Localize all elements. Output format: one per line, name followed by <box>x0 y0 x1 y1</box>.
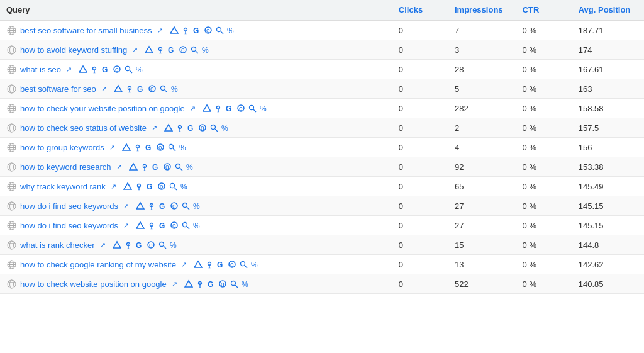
circle-o-icon[interactable]: o <box>218 279 227 288</box>
google-g-icon[interactable]: G <box>158 201 167 210</box>
percent-icon[interactable]: % <box>250 260 259 269</box>
action-icons[interactable]: Go% <box>193 260 260 269</box>
location-icon[interactable] <box>205 260 214 269</box>
query-link[interactable]: how do i find seo keywords <box>20 201 118 211</box>
query-link[interactable]: how to keyword research <box>20 162 111 172</box>
percent-icon[interactable]: % <box>241 279 250 288</box>
google-g-icon[interactable]: G <box>145 143 153 152</box>
circle-o-icon[interactable]: o <box>179 45 187 54</box>
header-avg-position[interactable]: Avg. Position <box>572 0 644 20</box>
search-icon[interactable] <box>181 221 190 230</box>
action-icons[interactable]: Go% <box>113 84 180 93</box>
query-link[interactable]: why track keyword rank <box>20 182 106 191</box>
percent-icon[interactable]: % <box>192 221 201 230</box>
triangle-icon[interactable] <box>203 104 211 113</box>
triangle-icon[interactable] <box>145 45 153 54</box>
triangle-icon[interactable] <box>194 260 203 269</box>
query-link[interactable]: how to check website position on google <box>20 279 167 289</box>
percent-icon[interactable]: % <box>221 123 230 132</box>
location-icon[interactable] <box>90 65 99 74</box>
action-icons[interactable]: Go% <box>121 143 188 152</box>
triangle-icon[interactable] <box>136 221 145 230</box>
triangle-icon[interactable] <box>123 182 132 191</box>
circle-o-icon[interactable]: o <box>156 143 165 152</box>
circle-o-icon[interactable]: o <box>170 221 179 230</box>
location-icon[interactable] <box>147 201 156 210</box>
triangle-icon[interactable] <box>136 201 145 210</box>
circle-o-icon[interactable]: o <box>228 260 236 269</box>
location-icon[interactable] <box>125 84 134 93</box>
google-g-icon[interactable]: G <box>158 221 167 230</box>
action-icons[interactable]: Go% <box>123 182 189 191</box>
location-icon[interactable] <box>147 221 156 230</box>
circle-o-icon[interactable]: o <box>236 104 245 113</box>
search-icon[interactable] <box>158 240 167 249</box>
percent-icon[interactable]: % <box>179 143 187 152</box>
search-icon[interactable] <box>169 182 177 191</box>
circle-o-icon[interactable]: o <box>113 65 121 74</box>
triangle-icon[interactable] <box>170 26 179 35</box>
action-icons[interactable]: Go% <box>144 45 211 54</box>
query-link[interactable]: how to check google ranking of my websit… <box>20 260 176 269</box>
location-icon[interactable] <box>181 26 190 35</box>
search-icon[interactable] <box>124 65 133 74</box>
location-icon[interactable] <box>133 143 142 152</box>
triangle-icon[interactable] <box>184 279 193 288</box>
action-icons[interactable]: Go% <box>112 240 179 249</box>
header-ctr[interactable]: CTR <box>516 0 572 20</box>
search-icon[interactable] <box>230 279 238 288</box>
action-icons[interactable]: Go% <box>202 104 269 113</box>
triangle-icon[interactable] <box>164 123 173 132</box>
google-g-icon[interactable]: G <box>207 279 216 288</box>
triangle-icon[interactable] <box>122 143 131 152</box>
action-icons[interactable]: Go% <box>135 221 202 230</box>
circle-o-icon[interactable]: o <box>157 182 166 191</box>
query-link[interactable]: best software for seo <box>20 84 96 94</box>
location-icon[interactable] <box>214 104 223 113</box>
circle-o-icon[interactable]: o <box>147 240 155 249</box>
search-icon[interactable] <box>209 123 218 132</box>
circle-o-icon[interactable]: o <box>170 201 179 210</box>
google-g-icon[interactable]: G <box>146 182 155 191</box>
percent-icon[interactable]: % <box>169 240 178 249</box>
action-icons[interactable]: Go% <box>164 123 230 132</box>
google-g-icon[interactable]: G <box>136 84 145 93</box>
action-icons[interactable]: Go% <box>128 162 195 171</box>
google-g-icon[interactable]: G <box>225 104 234 113</box>
location-icon[interactable] <box>124 240 133 249</box>
percent-icon[interactable]: % <box>226 26 235 35</box>
query-link[interactable]: how to avoid keyword stuffing <box>20 45 127 55</box>
circle-o-icon[interactable]: o <box>198 123 207 132</box>
percent-icon[interactable]: % <box>201 45 210 54</box>
google-g-icon[interactable]: G <box>152 162 160 171</box>
search-icon[interactable] <box>239 260 248 269</box>
action-icons[interactable]: Go% <box>135 201 202 210</box>
triangle-icon[interactable] <box>114 84 123 93</box>
google-g-icon[interactable]: G <box>167 45 176 54</box>
search-icon[interactable] <box>190 45 199 54</box>
search-icon[interactable] <box>167 143 176 152</box>
header-impressions[interactable]: Impressions <box>448 0 516 20</box>
query-link[interactable]: how to check seo status of website <box>20 123 147 133</box>
query-link[interactable]: how do i find seo keywords <box>20 221 118 230</box>
search-icon[interactable] <box>174 162 183 171</box>
search-icon[interactable] <box>248 104 257 113</box>
circle-o-icon[interactable]: o <box>148 84 157 93</box>
location-icon[interactable] <box>175 123 184 132</box>
header-clicks[interactable]: Clicks <box>392 0 448 20</box>
action-icons[interactable]: Go% <box>78 65 145 74</box>
percent-icon[interactable]: % <box>180 182 189 191</box>
search-icon[interactable] <box>215 26 224 35</box>
location-icon[interactable] <box>196 279 204 288</box>
header-query[interactable]: Query <box>0 0 392 20</box>
percent-icon[interactable]: % <box>170 84 179 93</box>
location-icon[interactable] <box>156 45 165 54</box>
google-g-icon[interactable]: G <box>216 260 225 269</box>
triangle-icon[interactable] <box>79 65 87 74</box>
circle-o-icon[interactable]: o <box>163 162 172 171</box>
query-link[interactable]: how to group keywords <box>20 143 104 152</box>
percent-icon[interactable]: % <box>186 162 194 171</box>
query-link[interactable]: what is seo <box>20 65 61 74</box>
query-link[interactable]: best seo software for small business <box>20 26 152 35</box>
percent-icon[interactable]: % <box>192 201 201 210</box>
